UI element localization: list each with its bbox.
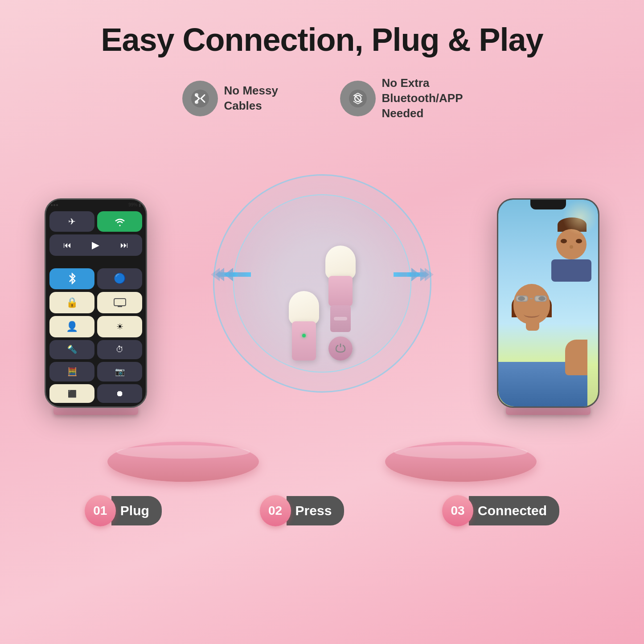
mic-center-section	[206, 156, 438, 433]
bt-off-cell: 🔵	[97, 268, 142, 290]
steps-section: 01 Plug 02 Press 03 Connected	[0, 495, 644, 526]
led-indicator	[302, 334, 306, 337]
features-section: No Messy Cables No Extra Bluetooth/APP N…	[0, 76, 644, 121]
timer-cell: ⏱	[97, 340, 142, 360]
mic-clip	[330, 305, 351, 332]
selfie-screen	[498, 200, 598, 406]
svg-rect-10	[114, 299, 126, 306]
qr-cell: ⬛	[49, 384, 94, 403]
right-phone-container	[497, 198, 599, 415]
page-title: Easy Connection, Plug & Play	[0, 0, 644, 58]
step-2-number: 02	[260, 495, 291, 526]
right-phone-body	[497, 198, 599, 408]
left-phone-container: ●●● 99% ▮ ✈ ⏮ ▶ ⏭	[45, 198, 147, 415]
step-3-label-bg: Connected	[469, 496, 559, 525]
flashlight-cell: 🔦	[49, 340, 94, 360]
record-cell: ⏺	[97, 384, 142, 403]
brightness-cell: ☀	[97, 316, 142, 337]
step-1-label-bg: Plug	[111, 496, 162, 525]
left-phone-body: ●●● 99% ▮ ✈ ⏮ ▶ ⏭	[45, 198, 147, 408]
mic-head-2	[325, 246, 356, 279]
step-1-label: Plug	[120, 503, 149, 518]
camera-cell: 📷	[97, 362, 142, 381]
signal-arrows-right	[385, 263, 434, 286]
step-3-number: 03	[442, 495, 473, 526]
svg-marker-18	[416, 268, 434, 281]
no-cables-label: No Messy Cables	[224, 83, 304, 114]
platforms-section	[0, 442, 644, 482]
signal-arrows-left	[211, 263, 260, 286]
step-3-label: Connected	[478, 503, 547, 518]
battery-indicator: 99% ▮	[128, 202, 141, 207]
step-2-press: 02 Press	[260, 495, 345, 526]
power-button[interactable]	[328, 336, 353, 361]
no-bluetooth-label: No Extra Bluetooth/APP Needed	[382, 76, 462, 121]
step-3-connected: 03 Connected	[442, 495, 559, 526]
main-content: ●●● 99% ▮ ✈ ⏮ ▶ ⏭	[0, 130, 644, 442]
bluetooth-icon	[340, 81, 376, 116]
airplane-mode-cell: ✈	[49, 211, 94, 232]
microphone-device	[289, 237, 356, 361]
mic-body-2	[328, 276, 353, 306]
phone-notch-right	[530, 200, 566, 209]
mirror-cell	[97, 292, 142, 313]
lock-cell: 🔒	[49, 292, 94, 313]
step-1-number: 01	[85, 495, 116, 526]
mic-body-1	[292, 321, 316, 361]
feature-no-bluetooth: No Extra Bluetooth/APP Needed	[340, 76, 462, 121]
feature-no-cables: No Messy Cables	[182, 81, 304, 116]
cable-icon	[182, 81, 218, 116]
signal-indicator: ●●●	[50, 202, 58, 207]
phone-notch-left	[78, 200, 114, 209]
media-control-cell: ⏮ ▶ ⏭	[49, 234, 142, 256]
svg-point-2	[195, 100, 198, 104]
svg-point-1	[195, 93, 198, 97]
step-2-label: Press	[295, 503, 332, 518]
bluetooth-cell	[49, 268, 94, 290]
platform-right	[385, 442, 537, 482]
mic-head-1	[289, 291, 319, 325]
svg-marker-15	[211, 268, 229, 281]
platform-left	[107, 442, 259, 482]
wifi-cell	[97, 211, 142, 232]
calculator-cell: 🧮	[49, 362, 94, 381]
focus-cell: 👤	[49, 316, 94, 337]
step-2-label-bg: Press	[287, 496, 345, 525]
step-1-plug: 01 Plug	[85, 495, 162, 526]
